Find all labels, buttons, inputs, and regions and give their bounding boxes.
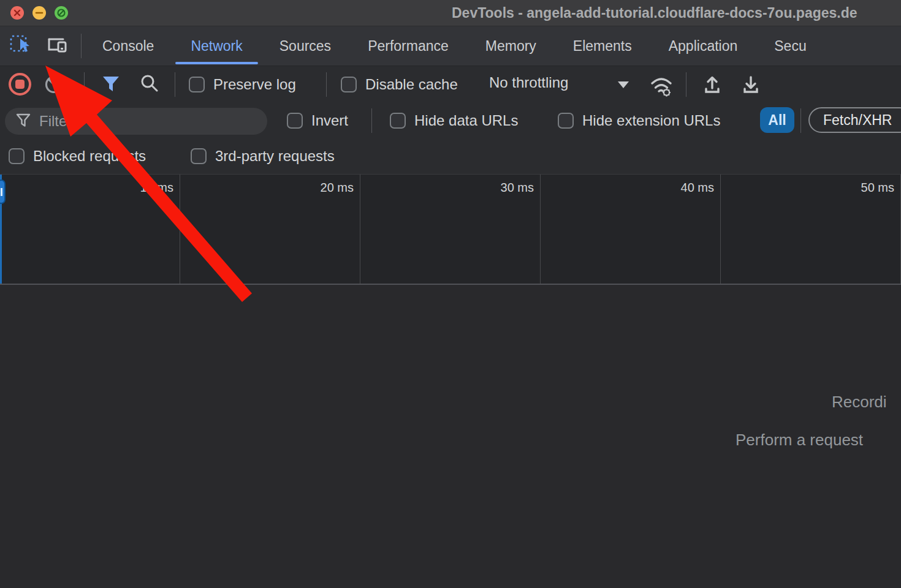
device-toolbar-icon [45, 34, 69, 58]
timeline-column: 50 ms [721, 175, 901, 284]
throttling-select[interactable]: No throttling [489, 74, 568, 91]
network-toolbar: Preserve log Disable cache No throttling [0, 66, 901, 102]
toolbar-separator [326, 72, 327, 97]
network-conditions-button[interactable] [647, 73, 675, 100]
tab-memory[interactable]: Memory [467, 26, 555, 66]
window-minimize-button[interactable] [32, 6, 46, 20]
tab-security[interactable]: Secu [756, 26, 824, 66]
preserve-log-checkbox-group[interactable]: Preserve log [189, 76, 296, 93]
empty-state-instruction-text: Perform a request [736, 431, 863, 450]
timeline-tick-label: 50 ms [861, 181, 894, 194]
window-title: DevTools - angela-add-tutorial.cloudflar… [452, 5, 857, 21]
devtools-tabbar: Console Network Sources Performance Memo… [0, 26, 901, 66]
timeline-tick-label: 30 ms [501, 181, 534, 194]
window-close-button[interactable] [10, 6, 24, 20]
hide-data-urls-label[interactable]: Hide data URLs [414, 112, 518, 129]
filter-separator [800, 108, 801, 133]
inspect-element-button[interactable] [6, 32, 34, 60]
wifi-gear-icon [647, 89, 675, 99]
tab-network[interactable]: Network [172, 26, 260, 66]
disable-cache-checkbox-group[interactable]: Disable cache [341, 76, 458, 93]
tab-application[interactable]: Application [650, 26, 756, 66]
preserve-log-label[interactable]: Preserve log [213, 76, 296, 93]
export-har-button[interactable] [739, 73, 762, 99]
blocked-requests-checkbox[interactable] [9, 148, 25, 164]
hide-data-urls-checkbox-group[interactable]: Hide data URLs [390, 112, 518, 129]
blocked-requests-checkbox-group[interactable]: Blocked requests [9, 148, 146, 165]
invert-label[interactable]: Invert [311, 112, 348, 129]
hide-extension-urls-label[interactable]: Hide extension URLs [582, 112, 720, 129]
timeline-column: 10 ms [0, 175, 180, 284]
blocked-requests-label[interactable]: Blocked requests [33, 148, 146, 165]
timeline-tick-label: 40 ms [681, 181, 714, 194]
window-zoom-button[interactable] [55, 6, 68, 20]
tabbar-separator [81, 34, 82, 58]
hide-data-urls-checkbox[interactable] [390, 113, 406, 129]
clear-icon [44, 86, 64, 96]
funnel-outline-icon [15, 111, 32, 131]
record-icon [15, 80, 25, 89]
network-filter-bar: Invert Hide data URLs Hide extension URL… [0, 102, 901, 139]
filter-input[interactable] [39, 113, 257, 130]
overview-drag-handle[interactable] [0, 179, 6, 204]
record-network-log-button[interactable] [9, 73, 31, 96]
network-filter-bar-row2: Blocked requests 3rd-party requests [0, 139, 901, 174]
filter-toggle-button[interactable] [100, 74, 122, 97]
tab-performance[interactable]: Performance [349, 26, 467, 66]
timeline-tick-label: 20 ms [321, 181, 354, 194]
preserve-log-checkbox[interactable] [189, 77, 205, 92]
empty-state-recording-text: Recordi [832, 393, 887, 412]
third-party-requests-label[interactable]: 3rd-party requests [215, 148, 335, 165]
request-type-chip-all[interactable]: All [760, 107, 794, 133]
device-toolbar-button[interactable] [43, 32, 71, 60]
window-titlebar: DevTools - angela-add-tutorial.cloudflar… [0, 0, 901, 26]
import-har-button[interactable] [701, 73, 724, 99]
timeline-column: 30 ms [360, 175, 541, 284]
timeline-column: 40 ms [541, 175, 721, 284]
filter-funnel-icon [100, 86, 122, 96]
chevron-down-icon[interactable] [618, 81, 629, 88]
clear-network-log-button[interactable] [44, 75, 64, 97]
request-type-chip-fetch-xhr[interactable]: Fetch/XHR [808, 107, 901, 133]
timeline-tick-label: 10 ms [140, 181, 173, 194]
toolbar-separator [175, 72, 175, 97]
third-party-requests-checkbox[interactable] [191, 148, 207, 164]
tab-sources[interactable]: Sources [261, 26, 349, 66]
filter-input-pill[interactable] [5, 108, 267, 135]
filter-separator [371, 108, 372, 133]
download-icon [739, 88, 762, 98]
tab-console[interactable]: Console [84, 26, 172, 66]
hide-extension-urls-checkbox[interactable] [558, 113, 574, 129]
upload-icon [701, 88, 724, 98]
invert-checkbox-group[interactable]: Invert [287, 112, 348, 129]
search-icon [139, 86, 160, 96]
network-overview-timeline[interactable]: 10 ms 20 ms 30 ms 40 ms 50 ms [0, 174, 901, 285]
tab-elements[interactable]: Elements [555, 26, 650, 66]
search-button[interactable] [139, 74, 160, 97]
toolbar-separator [686, 72, 686, 97]
third-party-requests-checkbox-group[interactable]: 3rd-party requests [191, 148, 335, 165]
timeline-column: 20 ms [180, 175, 360, 284]
hide-extension-urls-checkbox-group[interactable]: Hide extension URLs [558, 112, 720, 129]
disable-cache-label[interactable]: Disable cache [365, 76, 458, 93]
toolbar-separator [84, 72, 85, 97]
drag-grip-icon [1, 188, 2, 196]
inspect-cursor-icon [9, 33, 32, 59]
disable-cache-checkbox[interactable] [341, 77, 357, 92]
invert-checkbox[interactable] [287, 113, 303, 129]
